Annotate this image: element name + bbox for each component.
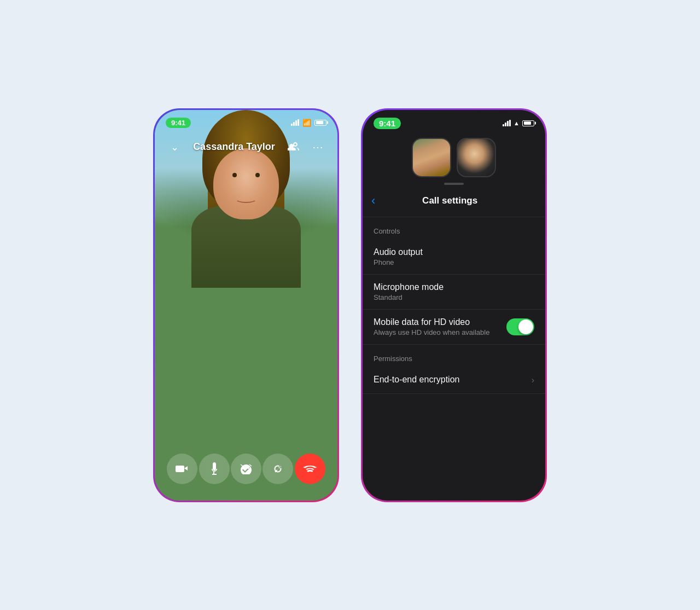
settings-battery-icon	[522, 120, 534, 126]
eye-right	[255, 173, 260, 177]
time-pill: 9:41	[166, 118, 191, 128]
eye-left	[232, 173, 237, 177]
audio-output-title: Audio output	[374, 247, 534, 257]
avatar-1	[412, 138, 451, 177]
microphone-mode-row[interactable]: Microphone mode Standard	[363, 275, 545, 310]
audio-output-subtitle: Phone	[374, 258, 534, 266]
audio-output-row[interactable]: Audio output Phone	[363, 240, 545, 275]
caller-name: Cassandra Taylor	[183, 141, 285, 153]
call-header: ⌄ Cassandra Taylor ⋯	[155, 134, 337, 160]
video-status-bar: 9:41 📶	[155, 110, 337, 132]
video-call-screen: 9:41 📶	[155, 110, 337, 501]
settings-status-bar: 9:41 ▲	[363, 110, 545, 131]
status-icons: 📶	[291, 119, 326, 127]
settings-wifi-icon: ▲	[514, 120, 520, 126]
toggle-knob	[518, 319, 533, 334]
settings-screen: 9:41 ▲	[363, 110, 545, 501]
add-person-icon[interactable]	[285, 138, 302, 156]
end-call-button[interactable]	[295, 454, 325, 484]
hd-video-toggle[interactable]	[506, 318, 534, 335]
battery-icon	[314, 120, 326, 126]
phones-container: 9:41 📶	[131, 86, 569, 524]
avatars-row	[363, 131, 545, 183]
left-phone-inner: 9:41 📶	[155, 110, 337, 501]
avatar-2	[457, 138, 496, 177]
encryption-row[interactable]: End-to-end encryption ›	[363, 367, 545, 394]
mobile-data-title: Mobile data for HD video	[374, 317, 506, 327]
microphone-button[interactable]	[199, 454, 230, 484]
chevron-right-icon: ›	[532, 375, 534, 385]
smile	[235, 195, 257, 203]
left-phone: 9:41 📶	[153, 108, 339, 502]
permissions-section-header: Permissions	[363, 345, 545, 367]
microphone-mode-subtitle: Standard	[374, 293, 534, 301]
mobile-data-row[interactable]: Mobile data for HD video Always use HD v…	[363, 310, 545, 345]
sheet-handle	[444, 183, 464, 185]
settings-signal-icon	[503, 120, 511, 126]
video-controls	[155, 454, 337, 484]
svg-point-1	[247, 467, 249, 469]
encryption-title: End-to-end encryption	[374, 375, 459, 385]
right-phone: 9:41 ▲	[361, 108, 547, 502]
photo-background	[155, 110, 337, 501]
settings-status-icons: ▲	[503, 120, 534, 126]
svg-point-0	[243, 467, 245, 469]
back-chevron-icon[interactable]: ⌄	[166, 138, 183, 156]
microphone-mode-title: Microphone mode	[374, 282, 534, 292]
person	[155, 110, 337, 501]
effects-button[interactable]	[231, 454, 261, 484]
settings-title: Call settings	[380, 195, 520, 206]
back-button[interactable]: ‹	[371, 194, 375, 208]
mobile-data-subtitle: Always use HD video when available	[374, 328, 506, 336]
more-options-icon[interactable]: ⋯	[309, 138, 326, 156]
right-phone-inner: 9:41 ▲	[363, 110, 545, 501]
settings-nav: ‹ Call settings	[363, 189, 545, 217]
signal-icon	[291, 119, 299, 126]
controls-section-header: Controls	[363, 217, 545, 240]
flip-camera-button[interactable]	[262, 454, 293, 484]
video-toggle-button[interactable]	[167, 454, 197, 484]
settings-time: 9:41	[374, 118, 401, 129]
wifi-icon: 📶	[302, 119, 311, 127]
